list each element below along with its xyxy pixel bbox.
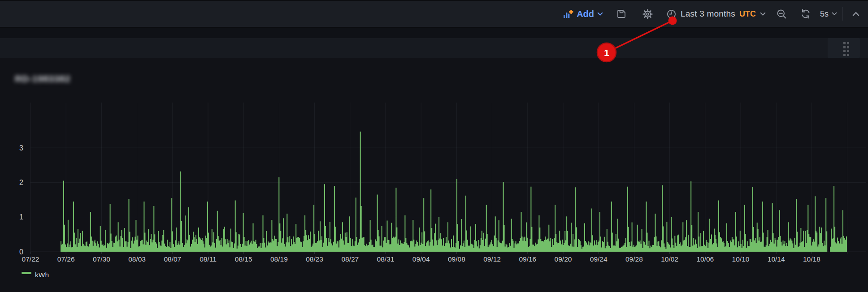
add-button-label: Add (577, 9, 594, 19)
save-icon (616, 9, 626, 19)
x-tick-label: 07/26 (57, 255, 75, 263)
timezone-label: UTC (739, 9, 756, 19)
clock-icon (666, 9, 677, 19)
drag-handle-dots-icon (843, 42, 850, 56)
timeseries-chart[interactable]: 012307/2207/2607/3008/0308/0708/1108/150… (0, 58, 868, 292)
legend-label[interactable]: kWh (35, 271, 49, 279)
sub-header-band (0, 28, 868, 38)
x-tick-label: 09/24 (590, 255, 608, 263)
x-tick-label: 08/03 (128, 255, 146, 263)
panel-drag-handle[interactable] (828, 38, 860, 58)
x-tick-label: 08/19 (270, 255, 288, 263)
x-tick-label: 10/18 (803, 255, 820, 263)
x-tick-label: 08/27 (341, 255, 359, 263)
panel-header-strip (0, 38, 868, 58)
add-panel-button[interactable]: Add (563, 9, 603, 19)
x-tick-label: 09/04 (412, 255, 430, 263)
chevron-down-icon (832, 12, 837, 16)
x-tick-label: 10/02 (661, 255, 678, 263)
x-tick-label: 09/08 (448, 255, 465, 263)
x-tick-label: 10/10 (732, 255, 750, 263)
chart-series-area (61, 132, 847, 252)
x-tick-label: 07/30 (93, 255, 110, 263)
x-tick-label: 10/06 (696, 255, 714, 263)
dashboard-settings-button[interactable] (640, 6, 655, 22)
toolbar-divider (842, 7, 843, 21)
x-tick-label: 08/07 (164, 255, 181, 263)
refresh-interval-label: 5s (820, 9, 829, 19)
refresh-button[interactable] (798, 6, 814, 22)
y-tick-label: 2 (19, 179, 23, 186)
x-tick-label: 10/14 (768, 255, 785, 263)
x-tick-label: 09/20 (555, 255, 572, 263)
collapse-toolbar-button[interactable] (849, 9, 863, 19)
time-range-picker[interactable]: Last 3 months UTC (666, 9, 766, 19)
x-tick-label: 08/31 (377, 255, 395, 263)
zoom-out-button[interactable] (774, 6, 790, 22)
dashboard-toolbar: Add (0, 0, 868, 28)
chevron-down-icon (597, 12, 603, 16)
x-tick-label: 08/11 (200, 255, 217, 263)
refresh-interval-picker[interactable]: 5s (820, 9, 837, 19)
add-panel-icon (563, 9, 573, 19)
y-tick-label: 3 (19, 144, 23, 152)
chevron-down-icon (760, 12, 766, 16)
grafana-dashboard: Add (0, 0, 868, 292)
refresh-icon (800, 9, 811, 19)
y-tick-label: 0 (19, 248, 23, 256)
panel-body: 012307/2207/2607/3008/0308/0708/1108/150… (0, 58, 868, 292)
x-tick-label: 09/28 (625, 255, 643, 263)
y-tick-label: 1 (19, 213, 23, 221)
kwh-area-series (61, 132, 847, 252)
x-tick-label: 09/16 (519, 255, 536, 263)
save-dashboard-button[interactable] (614, 6, 629, 21)
x-tick-label: 08/15 (235, 255, 252, 263)
gear-icon (642, 9, 653, 19)
zoom-out-icon (777, 9, 787, 19)
legend-swatch (22, 272, 31, 274)
panel-title[interactable]: RD-1983382 (15, 73, 70, 84)
x-tick-label: 09/12 (483, 255, 501, 263)
chart-legend[interactable]: kWh (22, 271, 49, 279)
chevron-up-icon (852, 11, 860, 17)
x-tick-label: 08/23 (306, 255, 323, 263)
time-range-label: Last 3 months (681, 9, 735, 19)
x-tick-label: 07/22 (22, 255, 39, 263)
